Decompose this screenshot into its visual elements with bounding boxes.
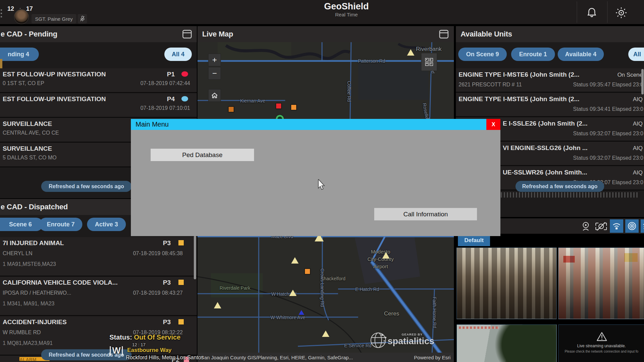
filter-pill-onscene[interactable]: On Scene 9 [458, 48, 507, 61]
app-subtitle: Real Time [303, 12, 390, 17]
map-label: Faith Home Rd [432, 297, 437, 328]
priority-square [178, 279, 184, 285]
map-label: City-County [368, 256, 394, 262]
home-button[interactable] [208, 89, 221, 102]
cursor-pointer [318, 179, 327, 191]
menu-dots-icon[interactable] [1, 9, 2, 17]
brightness-icon [615, 6, 628, 19]
filter-pill-available[interactable]: Available 4 [558, 48, 604, 61]
filter-pill-enroute[interactable]: Enroute 7 [39, 218, 82, 231]
filter-pill-active[interactable]: Active 3 [87, 218, 126, 231]
webcam-icon[interactable] [580, 221, 591, 232]
map-marker-square[interactable] [228, 106, 234, 112]
video-off-icon[interactable] [595, 221, 607, 232]
tracking-target-button[interactable] [625, 219, 639, 233]
unit-row[interactable]: ENGINE TYPE I-MSTE6 (John Smith (2... On… [456, 68, 644, 93]
sign-decor [563, 256, 575, 263]
warning-icon [596, 332, 608, 342]
avatar [14, 9, 29, 24]
camera-feed-tile[interactable] [457, 247, 557, 319]
filter-pill-onscene[interactable]: Scene 6 [0, 218, 43, 231]
hud-clock-minutes: 17 [26, 5, 33, 12]
panel-window-icon[interactable] [182, 30, 192, 39]
mic-muted-button[interactable] [78, 14, 87, 23]
pending-row[interactable]: EST FOLLOW-UP INVESTIGATION P4 07-18-201… [0, 93, 197, 118]
refreshed-badge: Refreshed a few seconds ago [41, 181, 132, 192]
close-icon: X [492, 122, 495, 128]
ped-database-button[interactable]: Ped Database [151, 149, 254, 161]
scrollbar[interactable] [641, 69, 644, 94]
filter-pill-all[interactable]: All [628, 48, 644, 61]
topbar-divider [577, 1, 577, 23]
camera-tab-default[interactable]: Default [458, 234, 490, 246]
unit-row[interactable]: ENGINE TYPE I-MSTE5 (John Smith (2... AI… [456, 93, 644, 117]
filter-pill-all[interactable]: All 4 [164, 48, 192, 61]
map-label: Patterson Rd [358, 58, 385, 64]
hud-compass: W [110, 346, 123, 356]
panel-window-icon[interactable] [439, 30, 449, 39]
dialog-titlebar[interactable]: Main Menu [131, 119, 500, 130]
map-marker-square[interactable] [276, 103, 281, 109]
layers-button[interactable] [641, 219, 644, 233]
map-label: Coffee Rd [346, 81, 352, 102]
target-icon [627, 221, 637, 231]
map-watermark: GEARED BY spatialitics [369, 332, 439, 350]
priority-dot [181, 71, 188, 77]
map-label: Riverdale Park [220, 285, 250, 291]
map-label: Airport [373, 264, 388, 269]
attribution-powered: Powered by Esri [414, 355, 451, 360]
hud-clock-hours: 12 [7, 5, 14, 12]
cad-dispatched-title: e CAD - Dispatched [1, 203, 68, 211]
hud-status-line: Status: Out Of Service [109, 334, 180, 341]
stream-wifi-button[interactable] [610, 219, 623, 233]
available-units-header: Available Units [456, 26, 644, 42]
map-label: Riverbank [416, 46, 442, 53]
topbar-divider [607, 1, 608, 23]
bell-icon [585, 6, 598, 19]
zoom-out-button[interactable]: − [208, 67, 221, 80]
notifications-button[interactable] [585, 6, 598, 19]
pending-row[interactable]: EST FOLLOW-UP INVESTIGATION P1 0 1ST ST,… [0, 68, 197, 93]
sign-decor [624, 253, 638, 262]
user-name: SGT. Paine Grey [35, 16, 73, 22]
map-marker-square[interactable] [305, 269, 310, 274]
mic-muted-icon [80, 16, 85, 22]
main-menu-dialog: Main Menu X Ped Database Call Informatio… [131, 119, 500, 236]
refreshed-badge: Refreshed a few seconds ago [515, 181, 604, 192]
brightness-button[interactable] [615, 6, 628, 19]
zoom-in-button[interactable]: + [208, 54, 221, 66]
call-information-button[interactable]: Call Information [374, 208, 477, 220]
dispatched-row[interactable]: 7I INJURED ANIMAL P3 CHERYL LN 07-18-201… [0, 237, 197, 277]
wifi-icon [612, 222, 621, 230]
hud-time: 12 : 17 [132, 342, 146, 347]
priority-square [178, 240, 184, 246]
geoshield-dashboard: { "topbar": { "clock_h": "12", "clock_se… [0, 0, 644, 362]
app-title: GeoShield [303, 1, 390, 12]
dialog-title: Main Menu [136, 121, 169, 128]
camera-feed-tile[interactable] [558, 247, 644, 319]
map-marker-square[interactable] [291, 104, 297, 110]
home-icon [211, 92, 218, 98]
filter-pill-pending[interactable]: nding 4 [0, 48, 39, 61]
map-label: W Whitmore Ave [270, 315, 305, 320]
camera-timestamp-overlay [459, 327, 499, 329]
camera-feed-tile-offline[interactable]: Live streaming unavailable. Please check… [558, 324, 644, 362]
basemap-gallery-button[interactable] [421, 53, 437, 71]
map-label: Crows Landing Rd [320, 268, 325, 307]
hud-area: Rockford Hills, Metro Los Santos [126, 355, 204, 361]
map-label: E Hatch Rd [355, 287, 379, 292]
camera-feed-tile[interactable] [457, 324, 557, 362]
live-map-header: Live Map [197, 26, 454, 42]
map-label: Ceres [384, 310, 399, 317]
dispatched-row[interactable]: CALIFORNIA VEHICLE CODE VIOLA... P3 IPOS… [0, 277, 197, 316]
map-attribution: San Joaquin County GIS/Planning, Esri, H… [197, 353, 454, 362]
cad-pending-title: e CAD - Pending [1, 30, 57, 39]
filter-pill-enroute[interactable]: Enroute 1 [511, 48, 555, 61]
map-label: Kiernan Ave [240, 98, 265, 103]
scrollbar[interactable] [194, 236, 196, 279]
warning-text-1: Live streaming unavailable. [559, 344, 644, 348]
attribution-sources: San Joaquin County GIS/Planning, Esri, H… [201, 355, 353, 360]
map-label: Modesto [371, 249, 390, 255]
close-button[interactable]: X [486, 119, 500, 130]
layers-icon [643, 221, 644, 231]
